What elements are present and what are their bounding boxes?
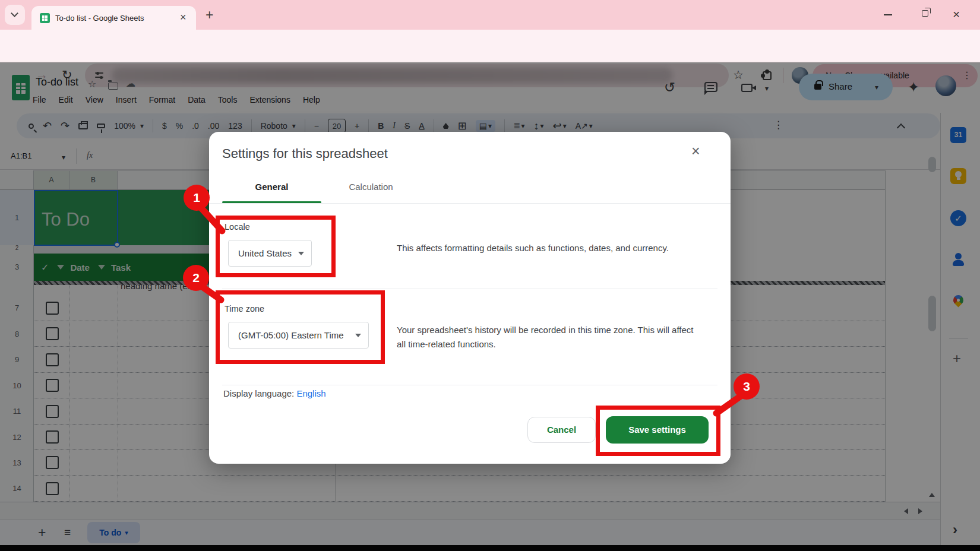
browser-toolbar: ← → ↻ ☆ New Chrome available ⋮	[0, 30, 980, 62]
chevron-down-icon	[11, 10, 18, 17]
section-divider	[222, 289, 717, 289]
window-close-button[interactable]: ×	[953, 7, 960, 21]
display-language-link[interactable]: English	[296, 388, 325, 398]
display-language-label: Display language:	[223, 388, 294, 398]
timezone-description: Your spreadsheet's history will be recor…	[397, 323, 694, 352]
locale-description: This affects formatting details such as …	[397, 241, 676, 255]
display-language-row: Display language: English	[223, 388, 326, 398]
browser-tab-strip: To-do list - Google Sheets × + ×	[0, 0, 980, 30]
window-minimize-button[interactable]	[884, 14, 892, 15]
screen: To-do list - Google Sheets × + × ← → ↻ ☆…	[0, 0, 980, 551]
dialog-close-icon[interactable]: ×	[691, 144, 700, 159]
annotation-box-timezone	[216, 290, 385, 364]
annotation-box-locale	[216, 216, 336, 277]
annotation-box-save	[596, 406, 720, 456]
bottom-black-bar	[0, 545, 980, 551]
window-restore-button[interactable]	[922, 10, 928, 17]
browser-tab[interactable]: To-do list - Google Sheets ×	[31, 6, 196, 30]
tab-title: To-do list - Google Sheets	[55, 13, 180, 23]
annotation-step-3: 3	[734, 373, 760, 400]
annotation-step-2: 2	[183, 265, 209, 291]
cancel-button[interactable]: Cancel	[527, 417, 596, 443]
tab-close-icon[interactable]: ×	[180, 11, 186, 24]
tab-calculation[interactable]: Calculation	[321, 182, 421, 202]
sheets-favicon-icon	[40, 13, 50, 23]
dialog-title: Settings for this spreadsheet	[222, 146, 388, 162]
tab-search-button[interactable]	[5, 5, 25, 25]
section-divider	[222, 385, 717, 385]
tabs-divider	[209, 203, 731, 204]
annotation-step-1: 1	[184, 185, 210, 211]
tab-general[interactable]: General	[222, 182, 321, 202]
new-tab-button[interactable]: +	[206, 7, 213, 23]
